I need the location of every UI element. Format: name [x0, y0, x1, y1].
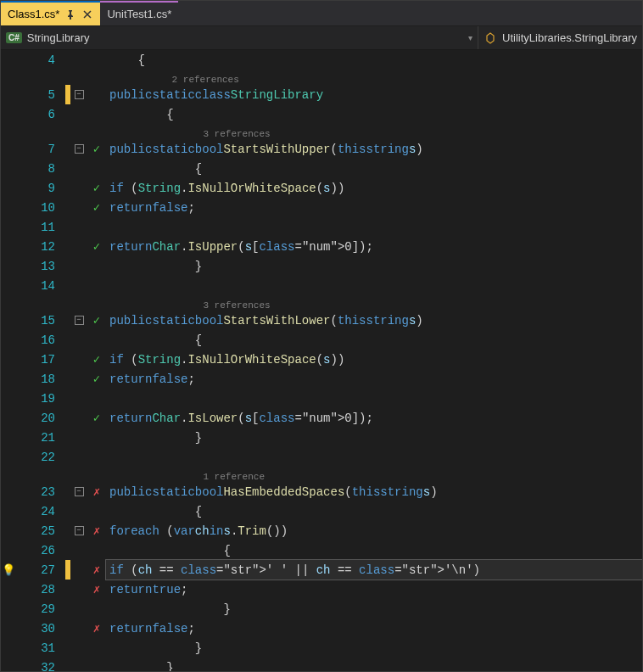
code-line[interactable]: 28 ✗ return true;	[1, 580, 642, 599]
code-content[interactable]: }	[106, 256, 642, 276]
code-content[interactable]: {	[106, 159, 642, 178]
code-line[interactable]: 10 ✓ return false;	[1, 198, 642, 217]
code-line[interactable]: 26 {	[1, 540, 642, 560]
breadcrumb-bar: C# StringLibrary ▾ UtilityLibraries.Stri…	[1, 26, 642, 50]
breadcrumb-scope[interactable]: C# StringLibrary ▾	[1, 26, 478, 49]
lightbulb-icon[interactable]: 💡	[2, 563, 15, 577]
code-content[interactable]: return Char.IsLower(s[class="num">0]);	[106, 408, 642, 428]
code-line[interactable]: 29 }	[1, 599, 642, 619]
code-content[interactable]	[106, 389, 642, 408]
change-indicator	[65, 408, 70, 428]
code-line[interactable]: 25 − ✗ foreach (var ch in s.Trim())	[1, 521, 642, 540]
code-line[interactable]: 12 ✓ return Char.IsUpper(s[class="num">0…	[1, 237, 642, 256]
code-line[interactable]: 7 − ✓ public static bool StartsWithUpper…	[1, 139, 642, 159]
code-line[interactable]: 24 {	[1, 501, 642, 521]
line-number: 30	[16, 622, 65, 636]
code-line[interactable]: 30 ✗ return false;	[1, 619, 642, 638]
change-indicator	[65, 540, 70, 560]
line-number: 15	[16, 314, 65, 328]
code-line[interactable]: 9 ✓ if (String.IsNullOrWhiteSpace(s))	[1, 178, 642, 198]
code-content[interactable]: }	[106, 658, 642, 672]
code-content[interactable]: {	[106, 540, 642, 560]
class-icon	[484, 31, 497, 45]
code-content[interactable]	[106, 447, 642, 467]
code-content[interactable]	[106, 217, 642, 237]
code-content[interactable]: }	[106, 428, 642, 447]
code-content[interactable]: return false;	[106, 198, 642, 217]
code-line[interactable]: 16 {	[1, 330, 642, 350]
code-content[interactable]: public static class StringLibrary	[106, 85, 642, 104]
code-content[interactable]: public static bool StartsWithUpper(this …	[106, 139, 642, 159]
code-content[interactable]: return true;	[106, 580, 642, 599]
fold-toggle-icon[interactable]: −	[75, 526, 84, 535]
line-number: 8	[16, 162, 65, 176]
test-pass-icon: ✓	[93, 313, 100, 328]
code-line[interactable]: 20 ✓ return Char.IsLower(s[class="num">0…	[1, 408, 642, 428]
change-indicator	[65, 217, 70, 237]
fold-toggle-icon[interactable]: −	[75, 144, 84, 154]
line-number: 10	[16, 201, 65, 215]
change-indicator	[65, 428, 70, 447]
code-content[interactable]: return false;	[106, 369, 642, 389]
code-line[interactable]: 21 }	[1, 428, 642, 447]
code-editor[interactable]: 4 {2 references 5 − public static class …	[1, 50, 642, 671]
code-content[interactable]: if (ch == class="str">' ' || ch == class…	[106, 560, 642, 580]
code-line[interactable]: 32 }	[1, 658, 642, 672]
close-icon[interactable]	[81, 8, 93, 20]
code-line[interactable]: 5 − public static class StringLibrary	[1, 85, 642, 104]
code-content[interactable]: public static bool StartsWithLower(this …	[106, 311, 642, 330]
code-line[interactable]: 13 }	[1, 256, 642, 276]
code-content[interactable]: {	[106, 50, 642, 70]
code-line[interactable]: 31 }	[1, 638, 642, 658]
code-line[interactable]: 8 {	[1, 159, 642, 178]
change-indicator	[65, 580, 70, 599]
code-content[interactable]: }	[106, 599, 642, 619]
codelens-reference[interactable]: 2 references	[1, 70, 642, 85]
code-content[interactable]: {	[106, 501, 642, 521]
code-line[interactable]: 💡 27 ✗ if (ch == class="str">' ' || ch =…	[1, 560, 642, 580]
code-content[interactable]: if (String.IsNullOrWhiteSpace(s))	[106, 178, 642, 198]
tab-unittest1[interactable]: UnitTest1.cs*	[100, 1, 178, 25]
line-number: 7	[16, 143, 65, 156]
code-content[interactable]: foreach (var ch in s.Trim())	[106, 521, 642, 540]
code-line[interactable]: 18 ✓ return false;	[1, 369, 642, 389]
test-pass-icon: ✓	[93, 239, 100, 254]
code-content[interactable]	[106, 276, 642, 295]
code-content[interactable]: return false;	[106, 619, 642, 638]
codelens-reference[interactable]: 1 reference	[1, 467, 642, 482]
fold-toggle-icon[interactable]: −	[75, 316, 84, 325]
code-line[interactable]: 14	[1, 276, 642, 295]
test-fail-icon: ✗	[93, 563, 100, 577]
code-line[interactable]: 17 ✓ if (String.IsNullOrWhiteSpace(s))	[1, 350, 642, 369]
code-line[interactable]: 22	[1, 447, 642, 467]
change-indicator	[65, 104, 70, 124]
code-line[interactable]: 19	[1, 389, 642, 408]
codelens-reference[interactable]: 3 references	[1, 295, 642, 311]
tab-class1[interactable]: Class1.cs*	[1, 1, 100, 25]
line-number: 18	[16, 372, 65, 386]
change-indicator	[65, 447, 70, 467]
code-content[interactable]: public static bool HasEmbeddedSpaces(thi…	[106, 482, 642, 501]
code-line[interactable]: 23 − ✗ public static bool HasEmbeddedSpa…	[1, 482, 642, 501]
code-content[interactable]: {	[106, 330, 642, 350]
code-content[interactable]: return Char.IsUpper(s[class="num">0]);	[106, 237, 642, 256]
fold-toggle-icon[interactable]: −	[75, 487, 84, 496]
fold-toggle-icon[interactable]: −	[75, 90, 84, 99]
code-line[interactable]: 6 {	[1, 104, 642, 124]
line-number: 32	[16, 661, 65, 673]
line-number: 9	[16, 182, 65, 195]
change-indicator	[65, 560, 70, 580]
pin-icon[interactable]	[64, 8, 76, 20]
code-content[interactable]: if (String.IsNullOrWhiteSpace(s))	[106, 350, 642, 369]
codelens-reference[interactable]: 3 references	[1, 124, 642, 139]
line-number: 25	[16, 524, 65, 538]
line-number: 6	[16, 108, 65, 121]
test-pass-icon: ✓	[93, 200, 100, 215]
code-line[interactable]: 11	[1, 217, 642, 237]
code-line[interactable]: 15 − ✓ public static bool StartsWithLowe…	[1, 311, 642, 330]
change-indicator	[65, 50, 70, 70]
code-content[interactable]: {	[106, 104, 642, 124]
code-line[interactable]: 4 {	[1, 50, 642, 70]
code-content[interactable]: }	[106, 638, 642, 658]
breadcrumb-member[interactable]: UtilityLibraries.StringLibrary	[478, 26, 642, 49]
